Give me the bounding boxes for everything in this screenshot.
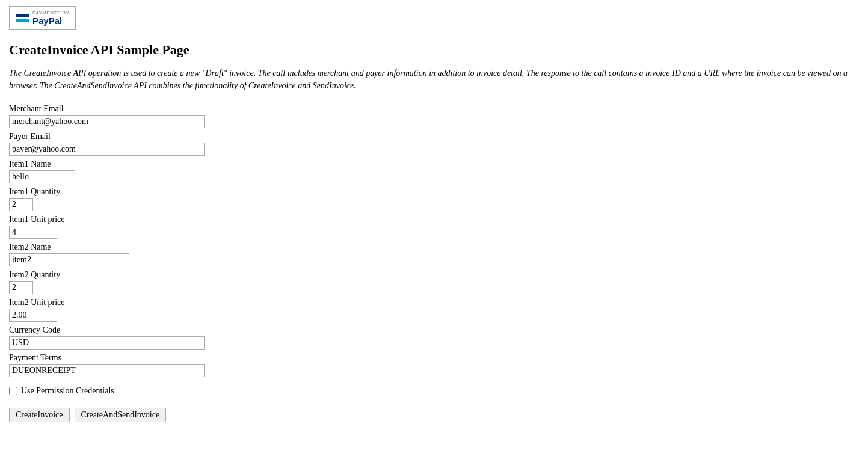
- page-description: The CreateInvoice API operation is used …: [9, 67, 851, 92]
- payments-by-label: PAYMENTS BY: [32, 10, 69, 16]
- item2-name-input[interactable]: [9, 253, 129, 266]
- item2-name-label: Item2 Name: [9, 242, 859, 252]
- item2-unit-price-group: Item2 Unit price: [9, 298, 859, 322]
- paypal-logo-text: PAYMENTS BY PayPal: [32, 10, 69, 26]
- item1-name-label: Item1 Name: [9, 159, 859, 169]
- use-permission-label: Use Permission Credentials: [21, 386, 114, 396]
- invoice-form: Merchant Email Payer Email Item1 Name It…: [9, 104, 859, 422]
- payment-terms-input[interactable]: [9, 364, 205, 377]
- merchant-email-label: Merchant Email: [9, 104, 859, 114]
- item1-quantity-group: Item1 Quantity: [9, 187, 859, 211]
- currency-code-input[interactable]: [9, 336, 205, 350]
- payer-email-input[interactable]: [9, 143, 205, 156]
- payer-email-group: Payer Email: [9, 132, 859, 156]
- currency-code-label: Currency Code: [9, 325, 859, 335]
- item1-name-input[interactable]: [9, 170, 75, 183]
- item1-quantity-input[interactable]: [9, 198, 33, 211]
- use-permission-checkbox[interactable]: [9, 387, 17, 395]
- merchant-email-input[interactable]: [9, 115, 205, 128]
- button-row: CreateInvoice CreateAndSendInvoice: [9, 408, 859, 422]
- item1-quantity-label: Item1 Quantity: [9, 187, 859, 197]
- merchant-email-group: Merchant Email: [9, 104, 859, 128]
- item2-name-group: Item2 Name: [9, 242, 859, 266]
- paypal-logo-icon: [16, 14, 29, 22]
- item1-name-group: Item1 Name: [9, 159, 859, 183]
- payer-email-label: Payer Email: [9, 132, 859, 141]
- item1-unit-price-label: Item1 Unit price: [9, 215, 859, 224]
- paypal-label: PayPal: [32, 16, 62, 26]
- item2-unit-price-label: Item2 Unit price: [9, 298, 859, 307]
- item2-unit-price-input[interactable]: [9, 309, 57, 322]
- currency-code-group: Currency Code: [9, 325, 859, 350]
- page-title: CreateInvoice API Sample Page: [9, 42, 859, 58]
- item2-quantity-label: Item2 Quantity: [9, 270, 859, 280]
- item1-unit-price-input[interactable]: [9, 226, 57, 239]
- payment-terms-group: Payment Terms: [9, 353, 859, 377]
- use-permission-row: Use Permission Credentials: [9, 386, 859, 396]
- item2-quantity-group: Item2 Quantity: [9, 270, 859, 294]
- payment-terms-label: Payment Terms: [9, 353, 859, 363]
- paypal-logo: PAYMENTS BY PayPal: [9, 6, 859, 30]
- create-invoice-button[interactable]: CreateInvoice: [9, 408, 70, 422]
- item1-unit-price-group: Item1 Unit price: [9, 215, 859, 239]
- create-and-send-button[interactable]: CreateAndSendInvoice: [75, 408, 167, 422]
- item2-quantity-input[interactable]: [9, 281, 33, 294]
